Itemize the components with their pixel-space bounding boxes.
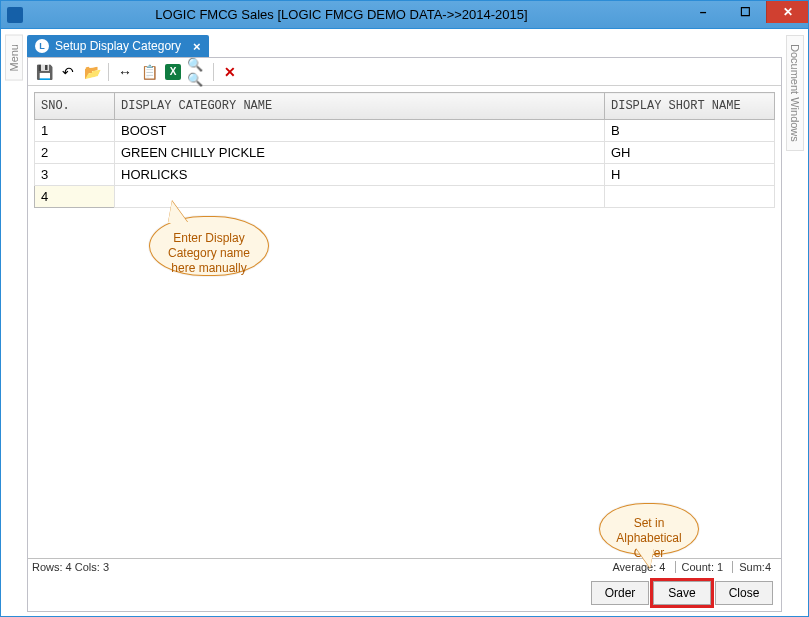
callout-alphabetical: Set in Alphabetical Order: [599, 503, 699, 555]
order-button[interactable]: Order: [591, 581, 649, 605]
doc-tab-label: Setup Display Category: [55, 39, 181, 53]
aggregate-status: Average: 4 Count: 1 Sum:4: [606, 561, 777, 573]
document-tab[interactable]: L Setup Display Category ×: [27, 35, 209, 57]
excel-icon[interactable]: X: [163, 62, 183, 82]
find-icon[interactable]: 🔍🔍: [187, 62, 207, 82]
save-button[interactable]: Save: [653, 581, 711, 605]
column-width-icon[interactable]: ↔: [115, 62, 135, 82]
cell-short[interactable]: [605, 186, 775, 208]
status-count: Count: 1: [675, 561, 730, 573]
app-window: LOGIC FMCG Sales [LOGIC FMCG DEMO DATA->…: [0, 0, 809, 617]
window-title: LOGIC FMCG Sales [LOGIC FMCG DEMO DATA->…: [1, 7, 682, 22]
cell-name[interactable]: BOOST: [115, 120, 605, 142]
document-tabbar: L Setup Display Category ×: [27, 33, 782, 57]
window-close-button[interactable]: ✕: [766, 1, 808, 23]
close-button[interactable]: Close: [715, 581, 773, 605]
cell-sno[interactable]: 1: [35, 120, 115, 142]
column-header-name[interactable]: DISPLAY CATEGORY NAME: [115, 93, 605, 120]
grid-status-bar: Rows: 4 Cols: 3 Average: 4 Count: 1 Sum:…: [28, 558, 781, 575]
cell-sno[interactable]: 2: [35, 142, 115, 164]
maximize-button[interactable]: ☐: [724, 1, 766, 23]
undo-icon[interactable]: ↶: [58, 62, 78, 82]
callout-enter-name: Enter Display Category name here manuall…: [149, 216, 269, 276]
menu-panel-tab[interactable]: Menu: [5, 35, 23, 81]
title-bar: LOGIC FMCG Sales [LOGIC FMCG DEMO DATA->…: [1, 1, 808, 29]
toolbar: 💾 ↶ 📂 ↔ 📋 X 🔍🔍 ✕: [28, 58, 781, 86]
cell-name[interactable]: GREEN CHILLY PICKLE: [115, 142, 605, 164]
document-windows-tab[interactable]: Document Windows: [786, 35, 804, 151]
toolbar-separator: [213, 63, 214, 81]
cell-short[interactable]: B: [605, 120, 775, 142]
table-row[interactable]: 2 GREEN CHILLY PICKLE GH: [35, 142, 775, 164]
column-header-sno[interactable]: SNO.: [35, 93, 115, 120]
status-sum: Sum:4: [732, 561, 777, 573]
cell-name[interactable]: HORLICKS: [115, 164, 605, 186]
save-icon[interactable]: 💾: [34, 62, 54, 82]
column-header-short[interactable]: DISPLAY SHORT NAME: [605, 93, 775, 120]
close-tab-icon[interactable]: ×: [193, 39, 201, 54]
table-row[interactable]: 1 BOOST B: [35, 120, 775, 142]
grid-container: SNO. DISPLAY CATEGORY NAME DISPLAY SHORT…: [28, 86, 781, 558]
button-bar: Order Save Close: [28, 575, 781, 611]
row-col-status: Rows: 4 Cols: 3: [32, 561, 109, 573]
cell-sno[interactable]: 3: [35, 164, 115, 186]
table-row[interactable]: 4: [35, 186, 775, 208]
cell-name[interactable]: [115, 186, 605, 208]
delete-icon[interactable]: ✕: [220, 62, 240, 82]
toolbar-separator: [108, 63, 109, 81]
data-grid[interactable]: SNO. DISPLAY CATEGORY NAME DISPLAY SHORT…: [34, 92, 775, 208]
cell-sno-active[interactable]: 4: [35, 186, 115, 208]
copy-icon[interactable]: 📋: [139, 62, 159, 82]
minimize-button[interactable]: –: [682, 1, 724, 23]
doc-tab-icon: L: [35, 39, 49, 53]
window-controls: – ☐ ✕: [682, 7, 808, 23]
table-row[interactable]: 3 HORLICKS H: [35, 164, 775, 186]
cell-short[interactable]: H: [605, 164, 775, 186]
cell-short[interactable]: GH: [605, 142, 775, 164]
open-icon[interactable]: 📂: [82, 62, 102, 82]
